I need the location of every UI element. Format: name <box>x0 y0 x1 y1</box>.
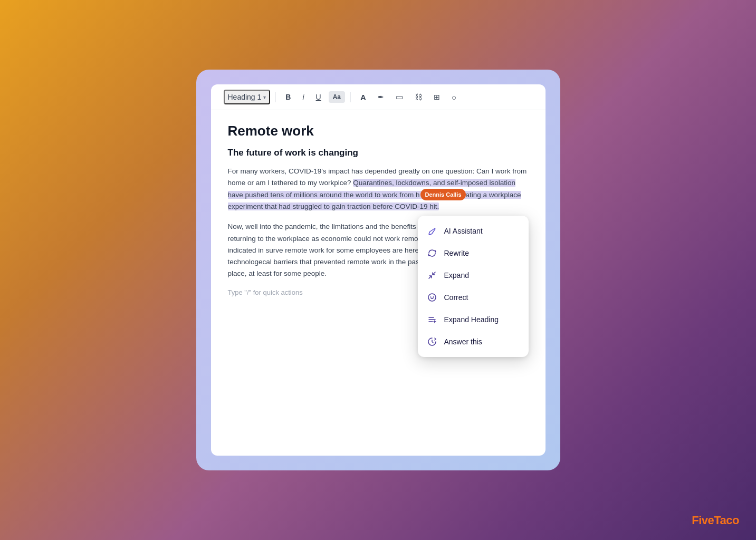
pen-tool-button[interactable]: ✒ <box>374 91 388 103</box>
brand-suffix: Taco <box>714 514 739 527</box>
ai-assistant-menu-item[interactable]: AI Assistant <box>418 220 529 242</box>
paragraph-1: For many workers, COVID-19's impact has … <box>228 166 529 213</box>
rewrite-label: Rewrite <box>444 249 469 257</box>
toolbar-divider-2 <box>350 92 351 102</box>
editor-card: Heading 1 ▾ B i U Aa A ✒ ▭ ⛓ ⊞ <box>211 84 546 456</box>
svg-point-1 <box>430 296 431 297</box>
font-color-icon: A <box>360 93 366 102</box>
document-title: Remote work <box>228 123 529 139</box>
correct-menu-item[interactable]: Correct <box>418 286 529 308</box>
rewrite-menu-item[interactable]: Rewrite <box>418 242 529 264</box>
brand-prefix: Five <box>692 514 714 527</box>
ai-assistant-icon <box>426 225 438 237</box>
context-menu: AI Assistant Rewrite <box>418 216 529 357</box>
image-button[interactable]: ▭ <box>391 90 407 104</box>
expand-icon <box>426 269 438 281</box>
image-icon: ▭ <box>396 92 403 102</box>
link-icon: ⛓ <box>415 93 422 101</box>
highlighted-text: Quarantines, lockdowns, and self-imposed… <box>228 179 521 210</box>
user-badge: Dennis Callis <box>420 189 465 200</box>
expand-label: Expand <box>444 271 469 279</box>
editor-content[interactable]: Remote work The future of work is changi… <box>211 110 546 456</box>
italic-button[interactable]: i <box>298 91 308 103</box>
link-button[interactable]: ⛓ <box>410 91 426 103</box>
expand-heading-icon <box>426 314 438 325</box>
underline-button[interactable]: U <box>312 91 326 103</box>
font-color-button[interactable]: A <box>356 91 370 104</box>
document-subtitle: The future of work is changing <box>228 148 529 158</box>
svg-point-2 <box>433 296 434 297</box>
heading-select[interactable]: Heading 1 ▾ <box>224 90 271 104</box>
answer-this-menu-item[interactable]: Answer this <box>418 331 529 353</box>
comment-button[interactable]: ○ <box>447 91 461 104</box>
heading-label: Heading 1 <box>228 93 262 101</box>
font-size-button[interactable]: Aa <box>329 91 345 103</box>
comment-icon: ○ <box>452 93 456 102</box>
table-icon: ⊞ <box>434 93 440 101</box>
chevron-down-icon: ▾ <box>263 94 266 100</box>
brand-logo: FiveTaco <box>692 514 739 527</box>
rewrite-icon <box>426 247 438 259</box>
pen-icon: ✒ <box>378 93 384 101</box>
expand-heading-label: Expand Heading <box>444 315 499 324</box>
outer-card: Heading 1 ▾ B i U Aa A ✒ ▭ ⛓ ⊞ <box>196 70 560 470</box>
expand-heading-menu-item[interactable]: Expand Heading <box>418 308 529 331</box>
correct-label: Correct <box>444 293 468 302</box>
bold-button[interactable]: B <box>281 91 295 103</box>
svg-point-0 <box>428 294 436 301</box>
correct-icon <box>426 292 438 303</box>
toolbar: Heading 1 ▾ B i U Aa A ✒ ▭ ⛓ ⊞ <box>211 84 546 110</box>
toolbar-divider <box>275 92 276 102</box>
answer-this-label: Answer this <box>444 338 482 346</box>
answer-this-icon <box>426 336 438 348</box>
expand-menu-item[interactable]: Expand <box>418 264 529 286</box>
table-button[interactable]: ⊞ <box>429 91 444 103</box>
ai-assistant-label: AI Assistant <box>444 227 483 235</box>
